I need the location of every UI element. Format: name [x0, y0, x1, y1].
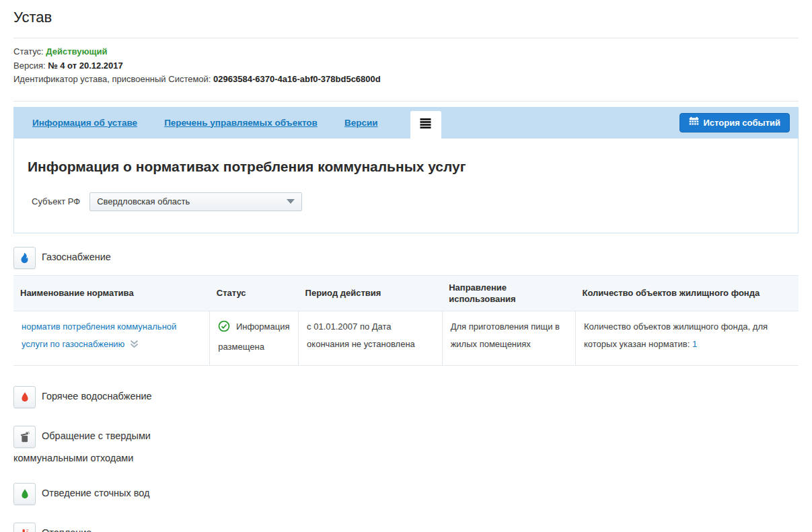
tab-versions[interactable]: Версии — [344, 118, 378, 128]
subject-row: Субъект РФ Свердловская область — [32, 192, 798, 211]
header-status: Статус — [210, 275, 299, 311]
panel-heading: Информация о нормативах потребления комм… — [28, 159, 798, 175]
tab-charter-info[interactable]: Информация об уставе — [32, 118, 137, 128]
cell-objects: Количество объектов жилищного фонда, для… — [576, 311, 799, 365]
status-value: Действующий — [46, 46, 107, 56]
section-gas: Газоснабжение — [13, 247, 799, 269]
table-header-row: Наименование норматива Статус Период дей… — [13, 275, 799, 311]
hamburger-menu-icon — [420, 118, 431, 131]
subject-label: Субъект РФ — [32, 196, 80, 206]
objects-count-link[interactable]: 1 — [692, 339, 697, 349]
waste-bin-icon[interactable] — [13, 426, 36, 448]
charter-page: Устав Статус: Действующий Версия: № 4 от… — [0, 9, 812, 532]
cell-period: с 01.01.2007 по Дата окончания не устано… — [299, 311, 443, 365]
sewage-drop-icon[interactable] — [13, 483, 36, 505]
tab-bar: Информация об уставе Перечень управляемы… — [13, 107, 799, 139]
tab-normatives-active[interactable] — [410, 111, 441, 139]
header-objects-count: Количество объектов жилищного фонда — [576, 275, 799, 311]
header-normative-name: Наименование норматива — [13, 275, 210, 311]
section-heating: Отопление — [13, 523, 799, 532]
normative-link[interactable]: норматив потребления коммунальной услуги… — [22, 321, 176, 349]
hot-water-drop-icon[interactable] — [13, 386, 36, 408]
expand-double-chevron-icon[interactable] — [127, 340, 139, 350]
identifier-line: Идентификатор устава, присвоенный Систем… — [13, 73, 799, 87]
chevron-down-icon — [287, 199, 295, 204]
identifier-value: 02963584-6370-4a16-abf0-378bd5c6800d — [213, 74, 381, 84]
page-title: Устав — [13, 9, 799, 26]
version-label: Версия: — [13, 61, 46, 71]
charter-meta: Статус: Действующий Версия: № 4 от 20.12… — [13, 38, 799, 101]
normatives-panel: Информация о нормативах потребления комм… — [13, 139, 799, 233]
status-label: Статус: — [13, 46, 44, 56]
identifier-label: Идентификатор устава, присвоенный Систем… — [13, 74, 211, 84]
objects-text: Количество объектов жилищного фонда, для… — [584, 321, 768, 349]
section-sewage-label: Отведение сточных вод — [42, 488, 149, 498]
cell-status: Информация размещена — [210, 311, 299, 365]
history-events-label: История событий — [704, 118, 781, 128]
cell-direction: Для приготовления пищи в жилых помещения… — [442, 311, 575, 365]
tab-managed-objects[interactable]: Перечень управляемых объектов — [164, 118, 318, 128]
cell-normative-name: норматив потребления коммунальной услуги… — [13, 311, 210, 365]
heating-thermometer-icon[interactable] — [13, 523, 36, 532]
calendar-icon — [689, 116, 699, 128]
version-line: Версия: № 4 от 20.12.2017 — [13, 59, 799, 73]
section-solid-waste: Обращение с твердыми коммунальными отход… — [13, 426, 167, 468]
subject-select-value: Свердловская область — [97, 196, 190, 206]
header-period: Период действия — [299, 275, 443, 311]
normatives-table: Наименование норматива Статус Период дей… — [13, 275, 799, 366]
section-heating-label: Отопление — [42, 527, 91, 532]
check-circle-icon — [218, 324, 233, 334]
divider — [13, 101, 799, 102]
status-line: Статус: Действующий — [13, 45, 799, 59]
section-hot-water: Горячее водоснабжение — [13, 386, 799, 408]
section-hot-water-label: Горячее водоснабжение — [42, 391, 152, 402]
version-value: № 4 от 20.12.2017 — [48, 61, 123, 71]
table-row: норматив потребления коммунальной услуги… — [13, 311, 799, 365]
section-sewage: Отведение сточных вод — [13, 483, 799, 505]
header-direction: Направление использования — [442, 275, 575, 311]
subject-select[interactable]: Свердловская область — [89, 192, 302, 211]
history-events-button[interactable]: История событий — [679, 113, 790, 132]
section-gas-label: Газоснабжение — [42, 252, 111, 262]
gas-flame-icon[interactable] — [13, 247, 36, 269]
